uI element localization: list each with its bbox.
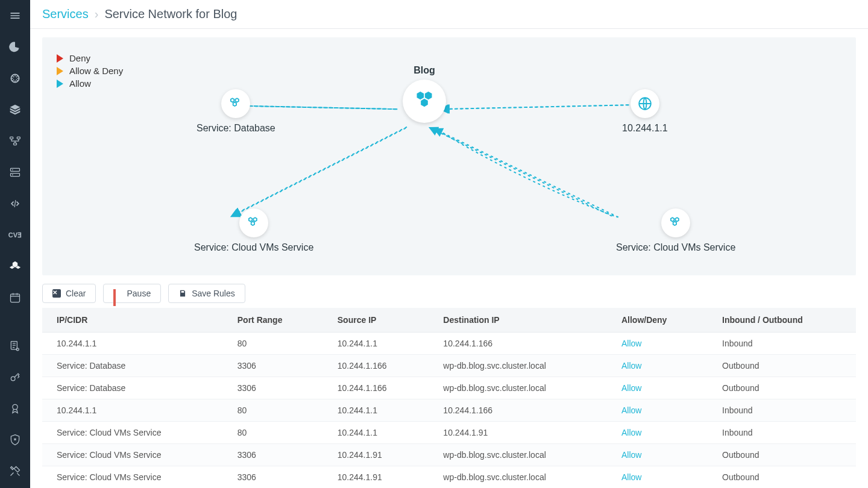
table-row: 10.244.1.18010.244.1.110.244.1.166AllowI… — [42, 333, 856, 355]
cell: wp-db.blog.svc.cluster.local — [429, 377, 607, 399]
clear-button[interactable]: ✕ Clear — [42, 284, 96, 303]
clear-icon: ✕ — [52, 289, 61, 298]
cell: wp-db.blog.svc.cluster.local — [429, 444, 607, 466]
col-header[interactable]: Destination IP — [429, 308, 607, 333]
tools-icon[interactable] — [0, 455, 30, 487]
cell: Service: Cloud VMs Service — [42, 422, 223, 444]
hex-icon — [661, 208, 690, 237]
hex-icon — [221, 89, 250, 118]
save-label: Save Rules — [192, 289, 235, 298]
node-database[interactable]: Service: Database — [197, 89, 275, 134]
pause-icon — [113, 289, 122, 298]
cell: Outbound — [708, 466, 856, 489]
allow-deny-link[interactable]: Allow — [621, 383, 641, 393]
svg-point-11 — [11, 377, 15, 381]
wheel-icon[interactable] — [0, 63, 30, 94]
table-row: Service: Cloud VMs Service330610.244.1.9… — [42, 444, 856, 466]
svg-rect-8 — [11, 294, 20, 302]
allow-deny-link[interactable]: Allow — [621, 361, 641, 371]
rules-table: IP/CIDRPort RangeSource IPDestination IP… — [42, 308, 856, 488]
col-header[interactable]: Port Range — [223, 308, 323, 333]
svg-rect-3 — [14, 143, 17, 145]
cell: 80 — [223, 399, 323, 422]
cell: 3306 — [223, 466, 323, 489]
badge-icon[interactable] — [0, 393, 30, 424]
layers-icon[interactable] — [0, 94, 30, 125]
cell: 10.244.1.91 — [429, 422, 607, 444]
allow-deny-link[interactable]: Allow — [621, 450, 641, 460]
node-blog[interactable]: Blog — [403, 65, 446, 123]
hex-cluster-icon — [403, 80, 446, 123]
allow-deny-link[interactable]: Allow — [621, 405, 641, 415]
cve-icon[interactable]: CVƎ — [0, 219, 30, 251]
table-row: Service: Cloud VMs Service330610.244.1.9… — [42, 466, 856, 489]
hex-icon — [239, 208, 268, 237]
svg-line-20 — [442, 105, 627, 109]
key-icon[interactable] — [0, 361, 30, 393]
globe-icon — [631, 89, 659, 118]
node-ip[interactable]: 10.244.1.1 — [622, 89, 668, 134]
cell: 80 — [223, 422, 323, 444]
server-icon[interactable] — [0, 157, 30, 188]
cell: Outbound — [708, 377, 856, 399]
col-header[interactable]: IP/CIDR — [42, 308, 223, 333]
allow-deny-link[interactable]: Allow — [621, 428, 641, 437]
cell: Service: Cloud VMs Service — [42, 444, 223, 466]
col-header[interactable]: Allow/Deny — [607, 308, 708, 333]
table-row: Service: Database330610.244.1.166wp-db.b… — [42, 355, 856, 377]
cell: 10.244.1.1 — [42, 399, 223, 422]
cell: Allow — [607, 399, 708, 422]
cell: Inbound — [708, 422, 856, 444]
svg-point-12 — [13, 404, 17, 409]
breadcrumb: Services › Service Network for Blog — [30, 0, 868, 29]
node-cloudvms-right[interactable]: Service: Cloud VMs Service — [616, 208, 735, 253]
col-header[interactable]: Inbound / Outbound — [708, 308, 856, 333]
cell: Service: Cloud VMs Service — [42, 466, 223, 489]
calendar-icon[interactable] — [0, 282, 30, 313]
svg-point-6 — [12, 169, 13, 170]
chart-pie-icon[interactable] — [0, 31, 30, 63]
cell: Allow — [607, 466, 708, 489]
svg-point-10 — [16, 348, 19, 351]
report-icon[interactable] — [0, 330, 30, 361]
allow-deny-link[interactable]: Allow — [621, 339, 641, 348]
cell: wp-db.blog.svc.cluster.local — [429, 466, 607, 489]
svg-rect-4 — [11, 168, 20, 171]
cell: 3306 — [223, 377, 323, 399]
svg-line-23 — [435, 130, 618, 217]
cell: Allow — [607, 377, 708, 399]
pause-button[interactable]: Pause — [103, 284, 161, 303]
sidebar: CVƎ — [0, 0, 30, 488]
cell: 10.244.1.166 — [323, 377, 429, 399]
table-row: 10.244.1.18010.244.1.110.244.1.166AllowI… — [42, 399, 856, 422]
cell: 10.244.1.166 — [429, 399, 607, 422]
table-row: Service: Cloud VMs Service8010.244.1.110… — [42, 422, 856, 444]
allow-deny-link[interactable]: Allow — [621, 472, 641, 482]
svg-point-7 — [12, 174, 13, 175]
node-cloudvms-right-label: Service: Cloud VMs Service — [616, 242, 735, 253]
node-cloudvms-left[interactable]: Service: Cloud VMs Service — [194, 208, 313, 253]
col-header[interactable]: Source IP — [323, 308, 429, 333]
cell: 10.244.1.91 — [323, 466, 429, 489]
cell: 10.244.1.91 — [323, 444, 429, 466]
hex-icon[interactable] — [0, 251, 30, 282]
cell: wp-db.blog.svc.cluster.local — [429, 355, 607, 377]
shield-icon[interactable] — [0, 424, 30, 455]
pause-label: Pause — [127, 289, 151, 298]
save-icon — [178, 289, 187, 298]
hamburger-icon[interactable] — [0, 0, 30, 31]
network-icon[interactable] — [0, 125, 30, 157]
cell: 10.244.1.1 — [323, 333, 429, 355]
cell: Inbound — [708, 333, 856, 355]
cell: Allow — [607, 422, 708, 444]
cell: Allow — [607, 333, 708, 355]
code-icon[interactable] — [0, 188, 30, 219]
breadcrumb-root[interactable]: Services — [42, 7, 89, 21]
cell: 10.244.1.166 — [323, 355, 429, 377]
cell: 3306 — [223, 444, 323, 466]
cell: 80 — [223, 333, 323, 355]
cell: Inbound — [708, 399, 856, 422]
cell: Service: Database — [42, 355, 223, 377]
cell: 10.244.1.166 — [429, 333, 607, 355]
save-rules-button[interactable]: Save Rules — [168, 284, 245, 303]
